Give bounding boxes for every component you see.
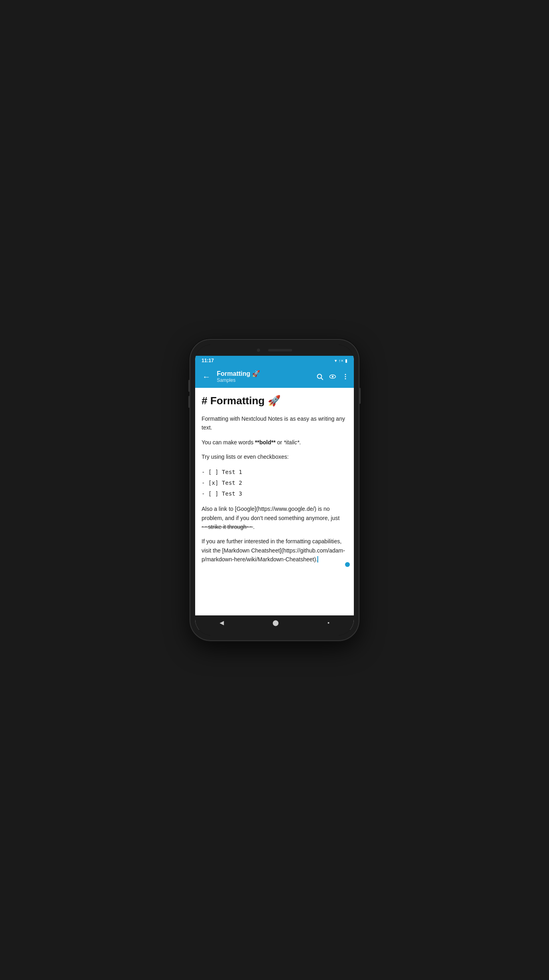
navigation-bar: ◀ ⬤ ▪ — [195, 615, 354, 630]
phone-bottom-bar — [195, 630, 354, 635]
status-time: 11:17 — [202, 358, 214, 363]
recents-nav-button[interactable]: ▪ — [327, 619, 329, 626]
home-nav-button[interactable]: ⬤ — [272, 619, 279, 626]
back-nav-button[interactable]: ◀ — [220, 619, 224, 626]
paragraph-1: Formatting with Nextcloud Notes is as ea… — [202, 414, 347, 432]
paragraph-5-text: If you are further interested in the for… — [202, 538, 345, 563]
wifi-icon: ▾ — [335, 358, 337, 363]
list-item: - [x] Test 2 — [202, 478, 347, 488]
note-heading: # Formatting 🚀 — [202, 394, 347, 408]
screen: 11:17 ▾ ↑× ▮ ← Formatting 🚀 Samples — [195, 356, 354, 630]
text-cursor — [317, 556, 318, 563]
svg-point-3 — [332, 376, 334, 378]
status-bar: 11:17 ▾ ↑× ▮ — [195, 356, 354, 365]
paragraph-2: You can make words **bold** or *italic*. — [202, 438, 347, 447]
speaker-grille — [268, 349, 292, 351]
paragraph-4: Also a link to [Google](https://www.goog… — [202, 504, 347, 531]
strikethrough-text: ~~strike it through~~ — [202, 524, 253, 530]
camera-dot — [257, 349, 260, 352]
back-button[interactable]: ← — [200, 370, 213, 383]
paragraph-4-end: . — [253, 524, 254, 530]
app-bar-title: Formatting 🚀 — [217, 370, 312, 377]
search-button[interactable] — [316, 373, 323, 380]
app-bar-actions — [316, 373, 349, 380]
note-content[interactable]: # Formatting 🚀 Formatting with Nextcloud… — [195, 388, 354, 615]
svg-point-5 — [345, 376, 346, 377]
power-button — [359, 388, 361, 404]
phone-frame: 11:17 ▾ ↑× ▮ ← Formatting 🚀 Samples — [190, 340, 359, 640]
preview-button[interactable] — [329, 373, 336, 380]
paragraph-3: Try using lists or even checkboxes: — [202, 452, 347, 461]
title-area: Formatting 🚀 Samples — [217, 370, 312, 383]
cursor-handle — [345, 562, 350, 567]
svg-line-1 — [321, 378, 323, 379]
volume-down-button — [188, 396, 190, 408]
app-bar: ← Formatting 🚀 Samples — [195, 365, 354, 388]
app-bar-subtitle: Samples — [217, 377, 312, 383]
paragraph-5: If you are further interested in the for… — [202, 537, 347, 564]
phone-top-decoration — [195, 345, 354, 356]
svg-point-4 — [345, 374, 346, 375]
list-item: - [ ] Test 1 — [202, 467, 347, 478]
svg-point-6 — [345, 378, 346, 379]
volume-up-button — [188, 380, 190, 392]
list-item: - [ ] Test 3 — [202, 488, 347, 499]
status-icons: ▾ ↑× ▮ — [335, 358, 347, 363]
checklist: - [ ] Test 1 - [x] Test 2 - [ ] Test 3 — [202, 467, 347, 499]
paragraph-2-text: You can make words **bold** or *italic*. — [202, 439, 301, 446]
phone-screen: 11:17 ▾ ↑× ▮ ← Formatting 🚀 Samples — [195, 345, 354, 635]
signal-icon: ↑× — [339, 358, 343, 363]
paragraph-4-start: Also a link to [Google](https://www.goog… — [202, 506, 339, 521]
more-options-button[interactable] — [342, 373, 349, 380]
battery-icon: ▮ — [345, 358, 347, 363]
